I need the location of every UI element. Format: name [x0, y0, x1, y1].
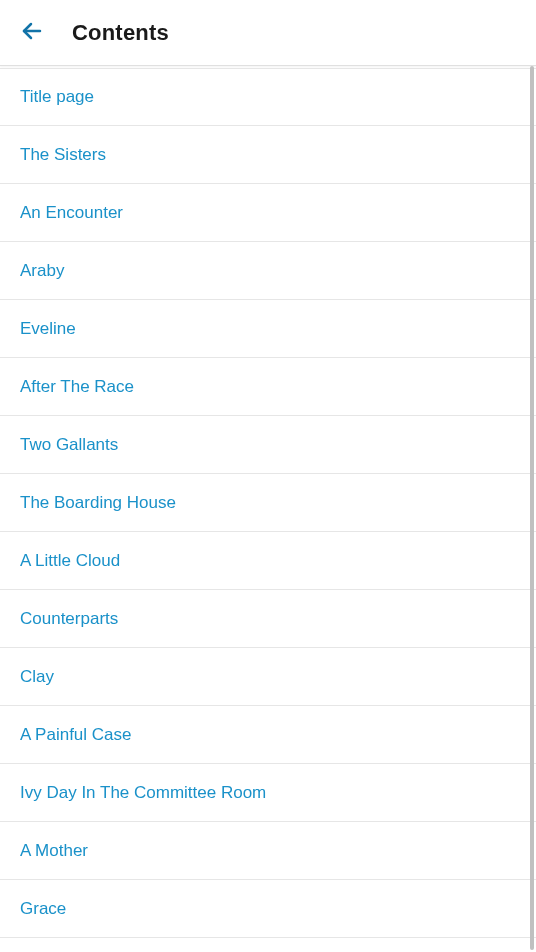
toc-item-label: Counterparts	[20, 609, 118, 629]
toc-item-clay[interactable]: Clay	[0, 648, 536, 706]
page-title: Contents	[72, 20, 169, 46]
toc-item-label: A Mother	[20, 841, 88, 861]
toc-item-label: Ivy Day In The Committee Room	[20, 783, 266, 803]
toc-item-label: After The Race	[20, 377, 134, 397]
toc-item-label: Clay	[20, 667, 54, 687]
toc-item-label: Two Gallants	[20, 435, 118, 455]
toc-item-label: The Sisters	[20, 145, 106, 165]
toc-item-label: Araby	[20, 261, 64, 281]
scrollbar[interactable]	[530, 66, 534, 950]
toc-item-label: Grace	[20, 899, 66, 919]
toc-item-label: An Encounter	[20, 203, 123, 223]
toc-item-eveline[interactable]: Eveline	[0, 300, 536, 358]
toc-item-label: Title page	[20, 87, 94, 107]
toc-item-two-gallants[interactable]: Two Gallants	[0, 416, 536, 474]
toc-item-the-sisters[interactable]: The Sisters	[0, 126, 536, 184]
toc-item-araby[interactable]: Araby	[0, 242, 536, 300]
toc-item-an-encounter[interactable]: An Encounter	[0, 184, 536, 242]
back-button[interactable]	[12, 13, 52, 53]
toc-item-the-boarding-house[interactable]: The Boarding House	[0, 474, 536, 532]
toc-item-label: A Little Cloud	[20, 551, 120, 571]
arrow-left-icon	[20, 19, 44, 46]
toc-item-a-mother[interactable]: A Mother	[0, 822, 536, 880]
toc-item-title-page[interactable]: Title page	[0, 68, 536, 126]
toc-item-ivy-day[interactable]: Ivy Day In The Committee Room	[0, 764, 536, 822]
toc-item-grace[interactable]: Grace	[0, 880, 536, 938]
toc-item-label: A Painful Case	[20, 725, 132, 745]
toc-item-label: Eveline	[20, 319, 76, 339]
toc-list: Title page The Sisters An Encounter Arab…	[0, 66, 536, 952]
toc-item-label: The Boarding House	[20, 493, 176, 513]
toc-item-a-painful-case[interactable]: A Painful Case	[0, 706, 536, 764]
toc-item-after-the-race[interactable]: After The Race	[0, 358, 536, 416]
header: Contents	[0, 0, 536, 66]
toc-item-a-little-cloud[interactable]: A Little Cloud	[0, 532, 536, 590]
toc-item-counterparts[interactable]: Counterparts	[0, 590, 536, 648]
